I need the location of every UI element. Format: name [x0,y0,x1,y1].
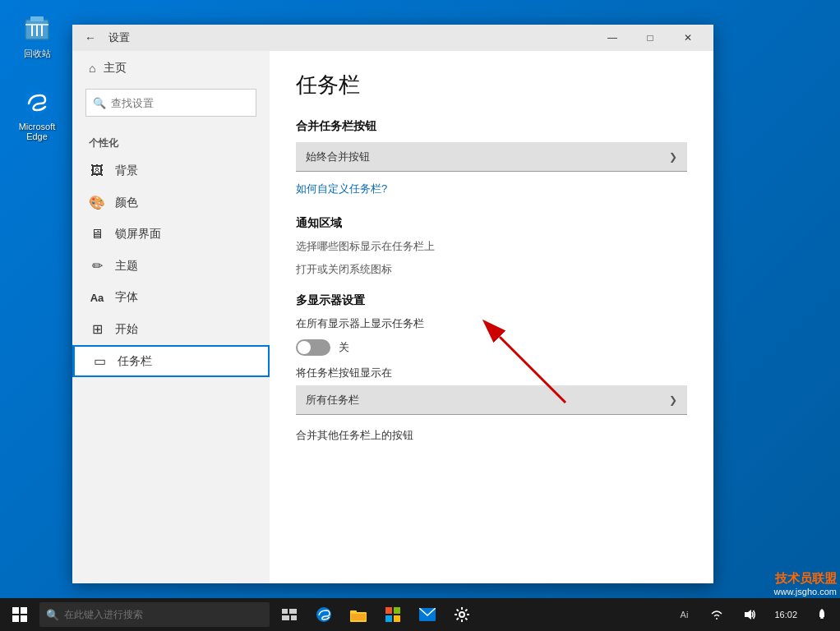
svg-rect-27 [820,617,824,619]
edge-icon-label: Microsoft Edge [19,122,56,141]
taskbar: 🔍 [0,598,840,631]
taskbar-icon: ▭ [91,353,108,369]
taskbar-explorer-button[interactable] [342,598,375,631]
clock-time: 16:02 [774,609,797,620]
back-button[interactable]: ← [79,26,102,49]
taskbar-buttons-dropdown-value: 所有任务栏 [306,393,359,408]
taskbar-edge-button[interactable] [307,598,340,631]
tray-network[interactable] [702,598,732,631]
home-icon: ⌂ [89,62,95,75]
taskbar-buttons-dropdown-arrow: ❯ [669,394,677,406]
settings-window: ← 设置 — □ ✕ ⌂ 主页 🔍 个性化 [72,25,713,583]
svg-rect-9 [21,607,27,614]
notification-section-title: 通知区域 [296,216,687,231]
tray-volume[interactable] [735,598,764,631]
taskbar-store-button[interactable] [376,598,409,631]
tray-language[interactable]: Ai [669,598,699,631]
svg-rect-22 [385,615,392,622]
language-indicator: Ai [681,610,689,619]
maximize-button[interactable]: □ [631,25,669,51]
search-box[interactable]: 🔍 [85,89,256,117]
sidebar-item-lockscreen[interactable]: 🖥 锁屏界面 [72,219,270,250]
svg-rect-19 [351,614,366,620]
sidebar: ⌂ 主页 🔍 个性化 🖼 背景 🎨 颜色 🖥 锁 [72,51,270,583]
taskbar-search[interactable]: 🔍 [39,602,270,627]
taskbar-tray: Ai 16:02 [669,598,840,631]
svg-point-25 [459,612,464,617]
taskbar-settings-button[interactable] [445,598,478,631]
combine-dropdown-arrow: ❯ [669,151,677,163]
search-input[interactable] [111,97,249,109]
combine-dropdown-value: 始终合并按钮 [306,150,370,164]
svg-rect-23 [394,615,400,622]
sidebar-item-start-label: 开始 [115,322,138,337]
customize-link[interactable]: 如何自定义任务栏? [296,182,687,196]
sidebar-item-font[interactable]: Aa 字体 [72,282,270,313]
notification-link2[interactable]: 打开或关闭系统图标 [296,262,687,277]
svg-rect-1 [30,16,44,21]
search-icon: 🔍 [93,97,106,109]
sidebar-home-label: 主页 [104,61,127,76]
background-icon: 🖼 [89,164,105,178]
combine-other-label: 合并其他任务栏上的按钮 [296,428,687,443]
sidebar-item-theme[interactable]: ✏ 主题 [72,250,270,282]
close-button[interactable]: ✕ [669,25,707,51]
title-bar: ← 设置 — □ ✕ [72,25,713,51]
sidebar-item-taskbar[interactable]: ▭ 任务栏 [72,345,270,377]
sidebar-item-font-label: 字体 [115,290,138,305]
toggle-switch[interactable] [296,339,330,356]
svg-rect-15 [291,615,297,620]
watermark-url: www.jsgho.com [774,587,837,596]
sidebar-home[interactable]: ⌂ 主页 [72,51,270,85]
taskbar-buttons-dropdown[interactable]: 所有任务栏 ❯ [296,385,687,415]
recycle-bin-label: 回收站 [24,48,51,60]
window-body: ⌂ 主页 🔍 个性化 🖼 背景 🎨 颜色 🖥 锁 [72,51,713,583]
window-title: 设置 [108,30,130,45]
sidebar-item-theme-label: 主题 [115,259,138,274]
svg-marker-26 [745,610,751,619]
sidebar-item-lockscreen-label: 锁屏界面 [115,227,161,242]
start-icon: ⊞ [89,321,105,337]
start-button[interactable] [0,598,39,631]
desktop: 回收站 Microsoft Edge ← 设置 — □ ✕ [0,0,840,631]
watermark-title: 技术员联盟 [775,571,837,587]
sidebar-item-start[interactable]: ⊞ 开始 [72,313,270,345]
tray-notifications[interactable] [807,598,837,631]
theme-icon: ✏ [89,258,105,274]
recycle-bin-icon[interactable]: 回收站 [8,8,66,63]
notification-link1[interactable]: 选择哪些图标显示在任务栏上 [296,239,687,254]
combine-section-title: 合并任务栏按钮 [296,119,687,134]
show-buttons-label: 将任务栏按钮显示在 [296,366,687,380]
taskbar-search-icon: 🔍 [46,609,59,621]
combine-dropdown[interactable]: 始终合并按钮 ❯ [296,142,687,172]
svg-rect-20 [385,607,392,614]
sidebar-item-background-label: 背景 [115,164,138,178]
sidebar-section-label: 个性化 [72,130,270,155]
taskbar-items [273,598,478,631]
svg-rect-11 [21,615,27,622]
toggle-label: 关 [339,340,349,355]
minimize-button[interactable]: — [593,25,631,51]
edge-icon[interactable]: Microsoft Edge [8,82,66,145]
main-content: 任务栏 合并任务栏按钮 始终合并按钮 ❯ 如何自定义任务栏? 通知区域 选择哪些… [270,51,713,583]
lockscreen-icon: 🖥 [89,227,105,242]
task-view-button[interactable] [273,598,306,631]
sidebar-item-taskbar-label: 任务栏 [118,354,152,369]
toggle-row: 关 [296,339,687,356]
tray-clock[interactable]: 16:02 [768,609,804,620]
colors-icon: 🎨 [89,195,105,210]
toggle-knob [298,341,311,354]
watermark: 技术员联盟 www.jsgho.com [774,571,837,596]
svg-rect-18 [350,610,357,614]
taskbar-search-input[interactable] [64,609,263,620]
window-controls: — □ ✕ [593,25,707,51]
sidebar-item-background[interactable]: 🖼 背景 [72,155,270,187]
sidebar-item-colors-label: 颜色 [115,196,138,210]
sidebar-item-colors[interactable]: 🎨 颜色 [72,187,270,219]
svg-rect-12 [282,609,288,614]
svg-rect-10 [12,615,19,622]
svg-rect-13 [289,609,297,614]
svg-rect-8 [12,607,19,614]
taskbar-mail-button[interactable] [411,598,444,631]
font-icon: Aa [89,292,105,304]
